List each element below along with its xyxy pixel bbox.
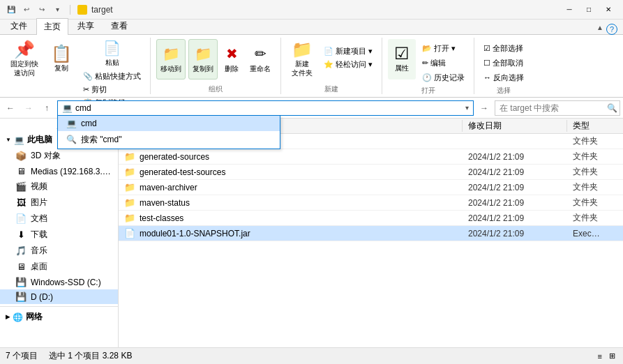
history-button[interactable]: 🕐 历史记录 — [419, 71, 468, 84]
sidebar-item-network[interactable]: ▶ 🌐 网络 — [0, 309, 118, 325]
redo-icon[interactable]: ↪ — [36, 4, 47, 15]
copy-to-button[interactable]: 📁 复制到 — [188, 39, 218, 79]
network-expand-icon: ▶ — [6, 314, 10, 320]
file-type-cell: 文件夹 — [567, 181, 623, 193]
tab-file[interactable]: 文件 — [3, 17, 35, 34]
save-icon[interactable]: 💾 — [6, 4, 17, 15]
table-row[interactable]: 📁 generated-sources 2024/1/2 21:09 文件夹 — [119, 149, 623, 165]
close-button[interactable]: ✕ — [599, 3, 617, 16]
folder-icon — [77, 5, 87, 15]
back-button[interactable]: ← — [3, 100, 18, 116]
thispc-label: 此电脑 — [27, 134, 52, 146]
navigate-button[interactable]: → — [476, 100, 492, 116]
open-button[interactable]: 📂 打开 ▾ — [419, 42, 468, 54]
maximize-button[interactable]: □ — [580, 3, 598, 16]
copy-to-label: 复制到 — [193, 64, 213, 74]
file-type-cell: Exec… — [567, 229, 623, 238]
new-folder-button[interactable]: 📁 新建文件夹 — [287, 39, 317, 79]
file-type-cell: 文件夹 — [567, 212, 623, 224]
forward-button[interactable]: → — [21, 100, 36, 116]
grid-view-button[interactable]: ⊞ — [607, 351, 617, 361]
paste-shortcut-button[interactable]: 📎 粘贴快捷方式 — [80, 70, 144, 82]
select-none-button[interactable]: ☐ 全部取消 — [480, 56, 527, 69]
search-bar[interactable]: 🔍 — [495, 100, 620, 116]
item-count: 7 个项目 — [6, 350, 38, 362]
autocomplete-item-cmd[interactable]: 💻 cmd — [58, 116, 280, 131]
sidebar-item-medias[interactable]: 🖥 Medias (192.168.3.… — [0, 164, 118, 179]
sidebar-item-downloads[interactable]: ⬇ 下载 — [0, 227, 118, 243]
delete-button[interactable]: ✖ 删除 — [220, 39, 243, 79]
cmd-icon: 💻 — [66, 119, 77, 128]
sidebar-item-videos[interactable]: 🎬 视频 — [0, 179, 118, 195]
address-text: cmd — [75, 103, 463, 113]
file-name: module01-1.0-SNAPSHOT.jar — [140, 229, 250, 238]
file-name: generated-sources — [140, 152, 209, 162]
select-none-label: 全部取消 — [493, 58, 523, 68]
sidebar-item-3dobjects[interactable]: 📦 3D 对象 — [0, 148, 118, 164]
sidebar-item-music[interactable]: 🎵 音乐 — [0, 243, 118, 259]
table-row[interactable]: 📁 generated-test-sources 2024/1/2 21:09 … — [119, 165, 623, 180]
status-left: 7 个项目 选中 1 个项目 3.28 KB — [6, 350, 132, 362]
address-dropdown-icon[interactable]: ▾ — [465, 104, 469, 112]
invert-selection-button[interactable]: ↔ 反向选择 — [480, 71, 527, 84]
tab-view[interactable]: 查看 — [103, 17, 135, 34]
table-row[interactable]: 📁 test-classes 2024/1/2 21:09 文件夹 — [119, 211, 623, 226]
easy-access-button[interactable]: ⭐ 轻松访问 ▾ — [320, 58, 376, 70]
copy-button[interactable]: 📋 复制 — [46, 39, 77, 79]
up-button[interactable]: ↑ — [39, 100, 54, 116]
cut-button[interactable]: ✂ 剪切 — [80, 83, 144, 96]
table-row[interactable]: 📄 module01-1.0-SNAPSHOT.jar 2024/1/2 21:… — [119, 226, 623, 241]
pin-quick-access-button[interactable]: 📌 固定到快速访问 — [6, 39, 43, 79]
dropdown-icon[interactable]: ▾ — [52, 4, 63, 15]
open-label: 打开 — [388, 84, 468, 96]
column-type[interactable]: 类型 — [567, 120, 623, 132]
select-all-button[interactable]: ☑ 全部选择 — [480, 42, 527, 54]
rename-button[interactable]: ✏ 重命名 — [246, 39, 275, 79]
organize-content: 📁 移动到 📁 复制到 ✖ 删除 ✏ 重命名 — [156, 38, 275, 82]
file-name: test-classes — [140, 213, 183, 223]
music-icon: 🎵 — [15, 245, 27, 256]
ribbon: 📌 固定到快速访问 📋 复制 📄 粘贴 📎 粘贴快捷方式 — [0, 35, 623, 98]
tab-share[interactable]: 共享 — [70, 17, 102, 34]
table-row[interactable]: 📁 maven-archiver 2024/1/2 21:09 文件夹 — [119, 180, 623, 195]
paste-button[interactable]: 📄 粘贴 — [80, 40, 144, 67]
sidebar-item-d-drive[interactable]: 💾 D (D:) — [0, 289, 118, 304]
ribbon-tabs: 文件 主页 共享 查看 ▲ ? — [0, 20, 623, 35]
search-icon[interactable]: 🔍 — [607, 103, 617, 113]
edit-button[interactable]: ✏ 编辑 — [419, 56, 468, 69]
sidebar-item-desktop[interactable]: 🖥 桌面 — [0, 259, 118, 275]
sidebar-divider — [0, 306, 118, 307]
easy-access-label: 轻松访问 ▾ — [336, 59, 373, 70]
music-label: 音乐 — [31, 245, 47, 257]
undo-icon[interactable]: ↩ — [21, 4, 32, 15]
list-view-button[interactable]: ≡ — [596, 351, 604, 361]
cut-label: 剪切 — [91, 84, 107, 95]
ribbon-group-organize: 📁 移动到 📁 复制到 ✖ 删除 ✏ 重命名 组织 — [151, 38, 281, 94]
clipboard-content: 📌 固定到快速访问 📋 复制 📄 粘贴 📎 粘贴快捷方式 — [6, 38, 144, 109]
minimize-button[interactable]: ─ — [560, 3, 578, 16]
select-all-icon: ☑ — [483, 44, 490, 53]
search-input[interactable] — [500, 103, 604, 113]
main-area: ▲ ▼ 💻 此电脑 📦 3D 对象 🖥 Medias (192.168.3.… … — [0, 119, 623, 347]
tab-home[interactable]: 主页 — [36, 18, 68, 35]
select-label: 选择 — [480, 84, 527, 96]
file-name: generated-test-sources — [140, 167, 225, 177]
rename-icon: ✏ — [255, 45, 267, 62]
column-date[interactable]: 修改日期 — [463, 120, 567, 132]
delete-icon: ✖ — [226, 45, 238, 62]
address-bar[interactable]: 💻 cmd ▾ — [57, 100, 474, 116]
new-item-button[interactable]: 📄 新建项目 ▾ — [320, 45, 376, 57]
3dobjects-label: 3D 对象 — [31, 150, 61, 162]
table-row[interactable]: 📁 maven-status 2024/1/2 21:09 文件夹 — [119, 195, 623, 211]
sidebar-item-documents[interactable]: 📄 文档 — [0, 211, 118, 227]
move-to-button[interactable]: 📁 移动到 — [156, 39, 186, 79]
autocomplete-dropdown: 💻 cmd 🔍 搜索 "cmd" — [57, 116, 280, 149]
edit-icon: ✏ — [422, 59, 428, 68]
properties-button[interactable]: ☑ 属性 — [388, 39, 416, 79]
sidebar-item-windows-ssd[interactable]: 💾 Windows-SSD (C:) — [0, 275, 118, 289]
autocomplete-item-search[interactable]: 🔍 搜索 "cmd" — [58, 131, 280, 149]
ribbon-collapse-icon[interactable]: ▲ — [596, 24, 603, 31]
sidebar: ▲ ▼ 💻 此电脑 📦 3D 对象 🖥 Medias (192.168.3.… … — [0, 119, 119, 347]
sidebar-item-pictures[interactable]: 🖼 图片 — [0, 195, 118, 211]
help-icon[interactable]: ? — [606, 24, 617, 35]
